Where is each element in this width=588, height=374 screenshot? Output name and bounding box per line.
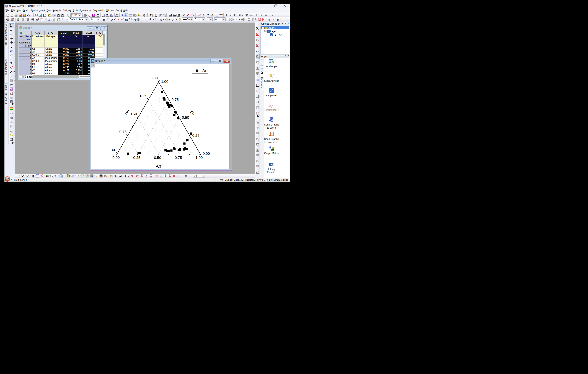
svg-text:1.00: 1.00 (109, 148, 116, 152)
svg-text:0.25: 0.25 (192, 133, 200, 138)
svg-text:Ab: Ab (156, 164, 161, 169)
svg-text:0.50: 0.50 (154, 156, 161, 160)
svg-text:0.75: 0.75 (172, 97, 179, 102)
svg-text:0.75: 0.75 (119, 130, 127, 134)
svg-text:An: An (202, 68, 208, 73)
svg-text:0.25: 0.25 (133, 156, 140, 160)
svg-text:W: W (271, 118, 272, 120)
svg-text:0.50: 0.50 (182, 115, 189, 119)
svg-text:0.00: 0.00 (113, 156, 120, 160)
svg-text:P: P (271, 133, 273, 135)
svg-text:An: An (123, 108, 130, 115)
svg-text:1.00: 1.00 (196, 156, 203, 160)
svg-text:0.00: 0.00 (150, 76, 158, 80)
svg-text:0.00: 0.00 (203, 151, 210, 156)
svg-text:Or: Or (189, 110, 196, 117)
svg-text:0.25: 0.25 (140, 94, 147, 98)
svg-text:0.75: 0.75 (175, 156, 182, 160)
svg-text:0.50: 0.50 (130, 112, 137, 116)
svg-text:1.00: 1.00 (161, 80, 168, 84)
